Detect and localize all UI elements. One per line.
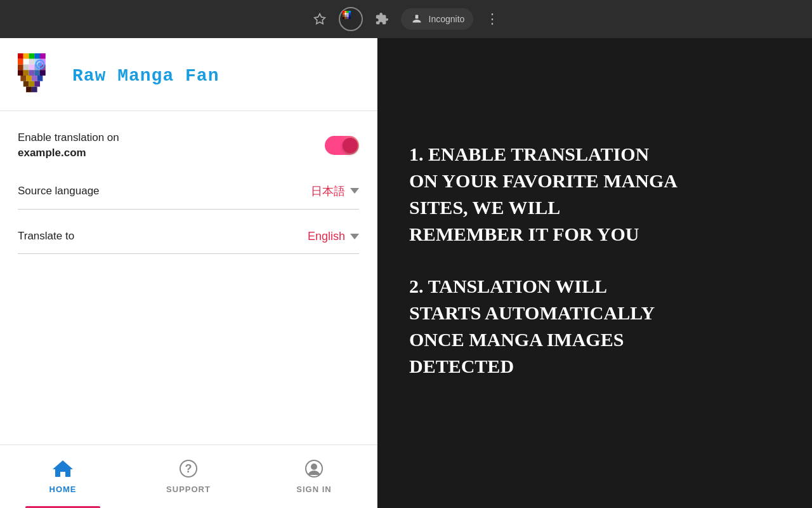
svg-rect-32 [29, 65, 35, 70]
svg-rect-7 [346, 13, 348, 15]
svg-point-19 [418, 15, 420, 18]
toggle-site-name: example.com [18, 145, 119, 161]
svg-rect-41 [26, 76, 32, 81]
toggle-track [325, 136, 359, 155]
support-label: SUPPORT [166, 485, 211, 494]
more-menu-button[interactable]: ⋮ [481, 8, 504, 30]
instruction-text-2: 2. TANSLATION WILL STARTS AUTOMATICALLY … [409, 273, 780, 380]
translate-to-value: English [308, 230, 345, 243]
translation-toggle[interactable] [325, 136, 359, 155]
instruction-step-2: 2. TANSLATION WILL STARTS AUTOMATICALLY … [409, 273, 780, 380]
svg-rect-46 [34, 81, 40, 87]
incognito-icon [410, 12, 424, 26]
svg-rect-48 [32, 87, 37, 93]
svg-rect-36 [23, 70, 29, 76]
svg-rect-30 [18, 65, 23, 70]
translate-to-row: Translate to English [18, 230, 359, 254]
svg-rect-15 [346, 17, 348, 19]
svg-rect-6 [344, 13, 346, 15]
svg-rect-42 [32, 76, 37, 81]
toggle-label-line1: Enable translation on [18, 131, 119, 144]
instruction-text-1: 1. ENABLE TRANSLATION ON YOUR FAVORITE M… [409, 141, 780, 248]
svg-rect-38 [34, 70, 40, 76]
toggle-thumb [343, 138, 358, 153]
svg-rect-3 [346, 11, 348, 13]
svg-rect-21 [23, 53, 29, 59]
extensions-button[interactable] [370, 8, 393, 30]
svg-text:?: ? [185, 462, 192, 475]
svg-rect-4 [348, 11, 350, 13]
svg-rect-9 [343, 15, 344, 17]
active-extension-icon[interactable] [339, 7, 363, 31]
svg-marker-51 [53, 460, 73, 477]
svg-point-55 [311, 464, 317, 470]
bottom-nav: HOME ? SUPPORT [0, 444, 377, 508]
svg-point-18 [414, 15, 416, 18]
svg-rect-22 [29, 53, 35, 59]
svg-rect-37 [29, 70, 35, 76]
svg-rect-10 [344, 15, 346, 17]
signin-label: SIGN IN [296, 485, 331, 494]
popup-header: Raw Manga Fan [0, 38, 377, 111]
toggle-label: Enable translation on example.com [18, 130, 119, 161]
svg-rect-39 [40, 70, 46, 76]
svg-point-17 [414, 15, 418, 18]
svg-rect-31 [23, 65, 29, 70]
app-logo-small [343, 11, 359, 27]
svg-rect-23 [34, 53, 40, 59]
nav-signin[interactable]: SIGN IN [251, 445, 377, 508]
nav-home[interactable]: HOME [0, 445, 126, 508]
signin-icon [304, 459, 324, 481]
source-language-chevron [350, 188, 359, 194]
source-language-select[interactable]: 日本語 [258, 184, 359, 199]
source-language-row: Source language 日本語 [18, 184, 359, 210]
main-content: Raw Manga Fan Enable translation on exam… [0, 38, 812, 508]
popup-body: Enable translation on example.com Source… [0, 111, 377, 444]
source-language-label: Source language [18, 185, 100, 197]
svg-rect-12 [348, 15, 350, 17]
browser-toolbar: Incognito ⋮ [0, 0, 812, 38]
svg-rect-20 [18, 53, 23, 59]
support-icon: ? [179, 459, 198, 481]
svg-rect-44 [23, 81, 29, 87]
translate-to-chevron [350, 234, 359, 239]
home-label: HOME [49, 485, 77, 494]
translate-to-label: Translate to [18, 230, 74, 243]
svg-rect-45 [29, 81, 35, 87]
bookmark-button[interactable] [308, 8, 331, 30]
app-title: Raw Manga Fan [72, 66, 219, 86]
svg-rect-14 [344, 17, 346, 19]
more-icon: ⋮ [485, 11, 499, 27]
source-language-value: 日本語 [311, 184, 345, 199]
svg-rect-26 [23, 59, 29, 65]
svg-rect-5 [343, 13, 344, 15]
svg-rect-25 [18, 59, 23, 65]
incognito-badge: Incognito [401, 8, 474, 30]
app-logo [18, 53, 62, 98]
nav-support[interactable]: ? SUPPORT [126, 445, 251, 508]
home-icon [53, 459, 73, 481]
instruction-step-1: 1. ENABLE TRANSLATION ON YOUR FAVORITE M… [409, 141, 780, 248]
svg-rect-24 [40, 53, 46, 59]
incognito-label: Incognito [429, 14, 465, 24]
right-panel: 1. ENABLE TRANSLATION ON YOUR FAVORITE M… [377, 38, 812, 508]
svg-rect-35 [18, 70, 23, 76]
svg-rect-40 [20, 76, 26, 81]
svg-rect-1 [343, 11, 344, 13]
svg-marker-0 [314, 14, 325, 24]
translate-to-select[interactable]: English [258, 230, 359, 243]
popup-panel: Raw Manga Fan Enable translation on exam… [0, 38, 377, 508]
svg-rect-43 [37, 76, 43, 81]
translation-toggle-row: Enable translation on example.com [18, 130, 359, 161]
svg-rect-16 [348, 17, 350, 19]
svg-rect-13 [343, 17, 344, 19]
svg-rect-47 [26, 87, 32, 93]
svg-rect-2 [344, 11, 346, 13]
svg-rect-27 [29, 59, 35, 65]
svg-point-50 [38, 62, 43, 67]
svg-rect-11 [346, 15, 348, 17]
svg-rect-8 [348, 13, 350, 15]
